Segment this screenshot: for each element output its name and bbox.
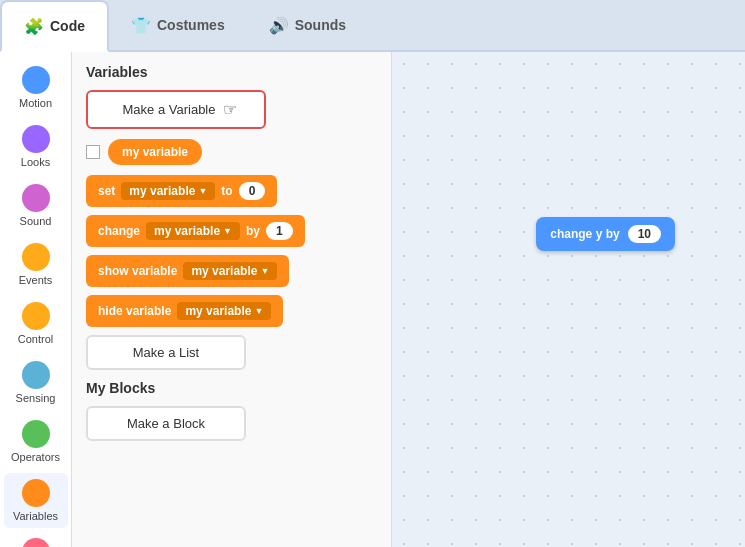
my-blocks-dot xyxy=(22,538,50,547)
set-to-input[interactable]: 0 xyxy=(239,182,266,200)
variables-section-title: Variables xyxy=(86,64,377,80)
show-variable-dropdown[interactable]: my variable ▼ xyxy=(183,262,277,280)
tab-code-label: Code xyxy=(50,18,85,34)
hide-variable-block[interactable]: hide variable my variable ▼ xyxy=(86,295,283,327)
my-variable-row: my variable xyxy=(86,139,377,165)
motion-dot xyxy=(22,66,50,94)
make-variable-label: Make a Variable xyxy=(123,102,216,117)
sidebar-label-variables: Variables xyxy=(13,510,58,522)
sidebar-item-sound[interactable]: Sound xyxy=(4,178,68,233)
dropdown-arrow-show: ▼ xyxy=(260,266,269,276)
set-label: set xyxy=(98,184,115,198)
cursor-icon: ☞ xyxy=(223,100,237,119)
change-label: change xyxy=(98,224,140,238)
sidebar-item-operators[interactable]: Operators xyxy=(4,414,68,469)
sidebar-label-sound: Sound xyxy=(20,215,52,227)
tab-costumes-label: Costumes xyxy=(157,17,225,33)
costumes-icon: 👕 xyxy=(131,16,151,35)
top-tab-bar: 🧩 Code 👕 Costumes 🔊 Sounds xyxy=(0,0,745,52)
sidebar-item-control[interactable]: Control xyxy=(4,296,68,351)
change-variable-dropdown[interactable]: my variable ▼ xyxy=(146,222,240,240)
sidebar-label-looks: Looks xyxy=(21,156,50,168)
main-area: Motion Looks Sound Events Control Sensin… xyxy=(0,52,745,547)
show-variable-label: show variable xyxy=(98,264,177,278)
sidebar-item-sensing[interactable]: Sensing xyxy=(4,355,68,410)
sidebar-label-operators: Operators xyxy=(11,451,60,463)
code-icon: 🧩 xyxy=(24,17,44,36)
operators-dot xyxy=(22,420,50,448)
make-list-label: Make a List xyxy=(133,345,199,360)
my-variable-pill[interactable]: my variable xyxy=(108,139,202,165)
variables-dot xyxy=(22,479,50,507)
tab-costumes[interactable]: 👕 Costumes xyxy=(109,0,247,50)
show-variable-block[interactable]: show variable my variable ▼ xyxy=(86,255,289,287)
change-y-block[interactable]: change y by 10 xyxy=(536,217,675,251)
looks-dot xyxy=(22,125,50,153)
by-label: by xyxy=(246,224,260,238)
change-variable-label: my variable xyxy=(154,224,220,238)
dropdown-arrow-change: ▼ xyxy=(223,226,232,236)
control-dot xyxy=(22,302,50,330)
events-dot xyxy=(22,243,50,271)
make-list-button[interactable]: Make a List xyxy=(86,335,246,370)
my-variable-checkbox[interactable] xyxy=(86,145,100,159)
change-by-input[interactable]: 1 xyxy=(266,222,293,240)
hide-variable-dropdown[interactable]: my variable ▼ xyxy=(177,302,271,320)
sidebar-item-looks[interactable]: Looks xyxy=(4,119,68,174)
sidebar-label-motion: Motion xyxy=(19,97,52,109)
change-block[interactable]: change my variable ▼ by 1 xyxy=(86,215,305,247)
sidebar-item-motion[interactable]: Motion xyxy=(4,60,68,115)
hide-variable-label: hide variable xyxy=(98,304,171,318)
tab-sounds[interactable]: 🔊 Sounds xyxy=(247,0,368,50)
tab-sounds-label: Sounds xyxy=(295,17,346,33)
set-block[interactable]: set my variable ▼ to 0 xyxy=(86,175,277,207)
sounds-icon: 🔊 xyxy=(269,16,289,35)
my-variable-pill-label: my variable xyxy=(122,145,188,159)
sidebar-label-events: Events xyxy=(19,274,53,286)
sound-dot xyxy=(22,184,50,212)
my-blocks-section-title: My Blocks xyxy=(86,380,377,396)
show-variable-name: my variable xyxy=(191,264,257,278)
sidebar-label-control: Control xyxy=(18,333,53,345)
make-block-label: Make a Block xyxy=(127,416,205,431)
set-variable-label: my variable xyxy=(129,184,195,198)
to-label: to xyxy=(221,184,232,198)
change-y-label: change y by xyxy=(550,227,619,241)
sidebar-item-my-blocks[interactable]: My Blocks xyxy=(4,532,68,547)
sidebar-label-sensing: Sensing xyxy=(16,392,56,404)
set-variable-dropdown[interactable]: my variable ▼ xyxy=(121,182,215,200)
tab-code[interactable]: 🧩 Code xyxy=(0,0,109,52)
dropdown-arrow-set: ▼ xyxy=(198,186,207,196)
sidebar: Motion Looks Sound Events Control Sensin… xyxy=(0,52,72,547)
blocks-panel: Variables Make a Variable ☞ my variable … xyxy=(72,52,392,547)
sidebar-item-events[interactable]: Events xyxy=(4,237,68,292)
dropdown-arrow-hide: ▼ xyxy=(254,306,263,316)
sensing-dot xyxy=(22,361,50,389)
make-variable-button[interactable]: Make a Variable ☞ xyxy=(86,90,266,129)
make-block-button[interactable]: Make a Block xyxy=(86,406,246,441)
sidebar-item-variables[interactable]: Variables xyxy=(4,473,68,528)
change-y-value[interactable]: 10 xyxy=(628,225,661,243)
hide-variable-name: my variable xyxy=(185,304,251,318)
workspace[interactable]: change y by 10 xyxy=(392,52,745,547)
